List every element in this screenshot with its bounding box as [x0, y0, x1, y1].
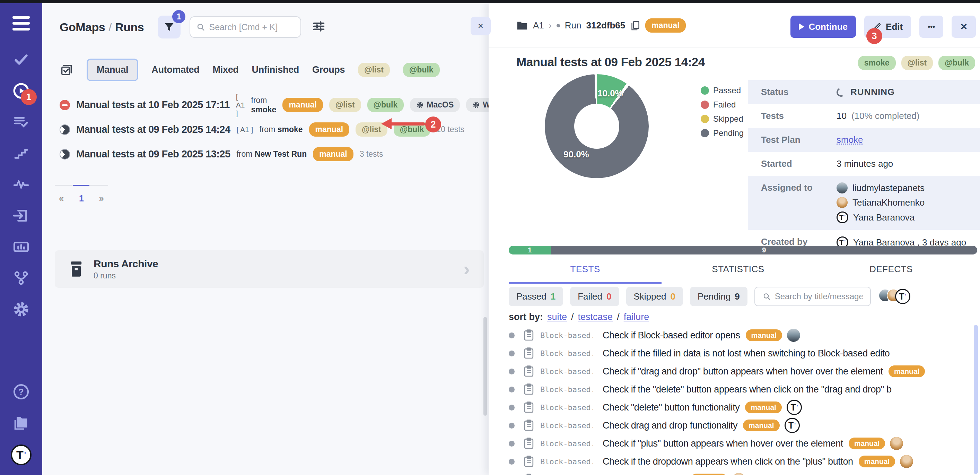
filter-pending[interactable]: Pending9: [690, 287, 748, 306]
tab-mixed[interactable]: Mixed: [213, 64, 239, 75]
page-current[interactable]: 1: [79, 193, 84, 204]
test-row[interactable]: Block-based... Check if Block-based edit…: [509, 326, 977, 344]
archive-box-icon: [68, 260, 84, 278]
test-row[interactable]: Block-based... Check if "plus" button ap…: [509, 434, 977, 453]
tests-search-input[interactable]: [775, 292, 862, 301]
project-name[interactable]: GoMaps: [60, 21, 105, 33]
annotation-step-1: 1: [21, 89, 37, 105]
panel-close-button[interactable]: ×: [471, 17, 491, 35]
run-row-3[interactable]: Manual tests at 09 Feb 2025 13:25 from N…: [60, 142, 486, 166]
assignee[interactable]: TetianaKhomenko: [837, 197, 924, 208]
run-ref: [ A1 ]: [236, 126, 253, 134]
test-row[interactable]: Block-based... Check if the filled in da…: [509, 344, 977, 362]
test-type-badge: manual: [690, 473, 727, 475]
funnel-icon: [163, 21, 175, 33]
menu-hamburger-icon[interactable]: [13, 16, 30, 30]
runs-header: GoMaps/Runs 1: [60, 16, 326, 38]
sidebar-item-settings[interactable]: [11, 300, 31, 319]
test-title: Check if the dropdown appears when click…: [603, 456, 853, 467]
display-settings-button[interactable]: [312, 19, 326, 35]
test-plan-link[interactable]: smoke: [837, 134, 863, 145]
breadcrumb-project[interactable]: A1: [533, 20, 544, 31]
sidebar-item-test-plans[interactable]: [11, 112, 31, 132]
continue-button[interactable]: Continue: [791, 16, 856, 38]
test-row[interactable]: Block-based... Check drag and drop funct…: [509, 416, 977, 434]
sort-by-failure[interactable]: failure: [624, 312, 649, 322]
tag-list[interactable]: @list: [901, 56, 933, 70]
sidebar-item-activity[interactable]: [11, 175, 31, 194]
test-row[interactable]: Block-based... Check if the dropdown app…: [509, 453, 977, 470]
tests-scrollbar[interactable]: [974, 325, 978, 474]
legend-skipped: Skipped: [701, 114, 744, 124]
filter-button[interactable]: 1: [158, 16, 181, 38]
run-row-2[interactable]: Manual tests at 09 Feb 2025 14:24 [ A1 ]…: [60, 117, 486, 142]
tag-filter-list[interactable]: @list: [358, 63, 390, 77]
select-all-icon[interactable]: [60, 63, 73, 77]
test-suite: Block-based...: [540, 349, 593, 358]
assignee[interactable]: T'Yana Baranova: [837, 212, 924, 223]
search-input[interactable]: [209, 22, 294, 32]
projects-button[interactable]: [11, 413, 31, 433]
tab-statistics[interactable]: STATISTICS: [662, 264, 815, 284]
tab-groups[interactable]: Groups: [312, 64, 345, 75]
test-status-pending-icon: [509, 459, 515, 465]
help-button[interactable]: ?: [11, 382, 31, 402]
tag-filter-bulk[interactable]: @bulk: [403, 63, 440, 77]
test-row[interactable]: Block-based... Check "delete" button fun…: [509, 398, 977, 416]
tag-smoke[interactable]: smoke: [858, 56, 896, 70]
test-type-badge: manual: [743, 419, 780, 431]
sidebar: ? T': [0, 0, 42, 475]
runs-archive-card[interactable]: Runs Archive 0 runs ›: [55, 250, 484, 288]
close-button[interactable]: ✕: [951, 16, 976, 38]
test-status-pending-icon: [509, 368, 515, 375]
sort-by-suite[interactable]: suite: [547, 312, 567, 322]
sidebar-item-reports[interactable]: [11, 237, 31, 257]
filter-skipped[interactable]: Skipped0: [626, 287, 683, 306]
filter-failed[interactable]: Failed0: [570, 287, 619, 306]
assignee[interactable]: liudmylastepanets: [837, 182, 924, 193]
test-title: Check if "drag and drop" button appears …: [603, 366, 883, 377]
test-row[interactable]: Block-based... Check if the element manu…: [509, 470, 977, 475]
left-panel-scrollbar[interactable]: [484, 317, 487, 416]
sidebar-item-integrations[interactable]: [11, 268, 31, 288]
page-prev-button[interactable]: «: [55, 193, 68, 204]
tag-bulk[interactable]: @bulk: [939, 56, 975, 70]
search-icon: [763, 292, 771, 301]
folder-icon: [12, 414, 30, 432]
sidebar-item-test-cases[interactable]: [11, 50, 31, 69]
legend-dot-pending: [701, 129, 709, 137]
test-suite: Block-based...: [540, 403, 593, 412]
legend-dot-passed: [701, 86, 709, 95]
progress-pending-segment: 9: [551, 246, 977, 255]
tab-tests[interactable]: TESTS: [509, 264, 662, 284]
test-status-pending-icon: [509, 405, 515, 411]
app-window: ? T' 1 GoMaps/Runs 1: [0, 0, 980, 475]
tab-unfinished[interactable]: Unfinished: [252, 64, 299, 75]
filter-passed[interactable]: Passed1: [509, 287, 563, 306]
run-progress-bar[interactable]: 1 9: [509, 246, 977, 255]
test-row[interactable]: Block-based... Check if "drag and drop" …: [509, 362, 977, 380]
test-suite: Block-based...: [540, 439, 593, 448]
bar-chart-icon: [13, 238, 30, 255]
assignee-avatars-stack[interactable]: T': [883, 289, 910, 304]
test-row[interactable]: Block-based... Check if the "delete" but…: [509, 380, 977, 398]
more-button[interactable]: •••: [920, 16, 943, 38]
tab-manual[interactable]: Manual: [87, 59, 138, 81]
sort-by-testcase[interactable]: testcase: [578, 312, 613, 322]
sidebar-item-import[interactable]: [11, 206, 31, 225]
avatar: [900, 455, 913, 468]
runs-search: [189, 16, 301, 38]
user-avatar[interactable]: T': [11, 445, 32, 465]
run-row-1[interactable]: Manual tests at 10 Feb 2025 17:11 [ A1 ]…: [60, 92, 486, 117]
tab-defects[interactable]: DEFECTS: [815, 264, 967, 284]
copy-icon[interactable]: [630, 20, 640, 31]
page-next-button[interactable]: »: [95, 193, 108, 204]
run-breadcrumb: A1 › Run 312dfb65 manual: [516, 18, 686, 33]
legend-passed: Passed: [701, 86, 744, 96]
sidebar-item-milestones[interactable]: [11, 143, 31, 163]
sort-label: sort by:: [509, 312, 543, 322]
progress-passed-segment: 1: [509, 246, 551, 255]
archive-texts: Runs Archive 0 runs: [94, 258, 158, 281]
tab-automated[interactable]: Automated: [151, 64, 199, 75]
gear-icon: [12, 300, 30, 318]
